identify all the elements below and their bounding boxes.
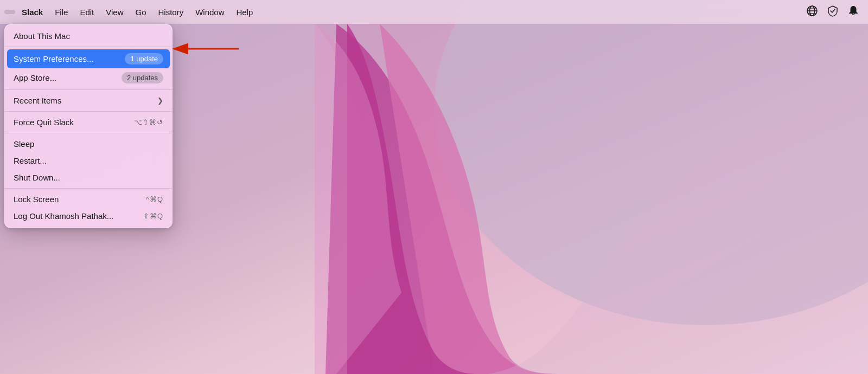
system-preferences-label: System Preferences... bbox=[14, 54, 94, 63]
notification-icon[interactable] bbox=[847, 5, 859, 20]
apple-menu-button[interactable] bbox=[4, 10, 15, 14]
recent-items-arrow: ❯ bbox=[157, 96, 163, 105]
file-menu[interactable]: File bbox=[49, 5, 73, 19]
separator-2 bbox=[5, 89, 172, 90]
menu-bar: Slack File Edit View Go History Window H… bbox=[0, 0, 868, 24]
app-store-label: App Store... bbox=[14, 73, 56, 82]
separator-1 bbox=[5, 47, 172, 47]
app-store-item[interactable]: App Store... 2 updates bbox=[5, 68, 172, 87]
log-out-shortcut: ⇧⌘Q bbox=[143, 212, 163, 220]
log-out-label: Log Out Khamosh Pathak... bbox=[14, 211, 113, 221]
restart-item[interactable]: Restart... bbox=[5, 152, 172, 169]
shield-icon[interactable] bbox=[827, 5, 839, 20]
help-menu[interactable]: Help bbox=[231, 5, 259, 19]
about-this-mac-item[interactable]: About This Mac bbox=[5, 28, 172, 44]
separator-4 bbox=[5, 133, 172, 133]
system-preferences-badge: 1 update bbox=[125, 53, 163, 65]
app-name-menu[interactable]: Slack bbox=[16, 5, 48, 19]
force-quit-label: Force Quit Slack bbox=[14, 118, 74, 127]
recent-items-item[interactable]: Recent Items ❯ bbox=[5, 92, 172, 109]
grid-icon[interactable] bbox=[806, 5, 818, 20]
force-quit-shortcut: ⌥⇧⌘↺ bbox=[134, 118, 163, 126]
separator-5 bbox=[5, 188, 172, 189]
log-out-item[interactable]: Log Out Khamosh Pathak... ⇧⌘Q bbox=[5, 208, 172, 224]
sleep-item[interactable]: Sleep bbox=[5, 136, 172, 152]
shut-down-item[interactable]: Shut Down... bbox=[5, 169, 172, 186]
edit-menu[interactable]: Edit bbox=[74, 5, 99, 19]
lock-screen-label: Lock Screen bbox=[14, 195, 59, 204]
menu-bar-right bbox=[806, 5, 864, 20]
app-store-badge: 2 updates bbox=[122, 72, 163, 83]
window-menu[interactable]: Window bbox=[190, 5, 229, 19]
apple-dropdown-menu: About This Mac System Preferences... 1 u… bbox=[4, 24, 173, 228]
about-this-mac-label: About This Mac bbox=[14, 31, 70, 41]
restart-label: Restart... bbox=[14, 156, 47, 165]
view-menu[interactable]: View bbox=[100, 5, 129, 19]
lock-screen-item[interactable]: Lock Screen ^⌘Q bbox=[5, 191, 172, 208]
history-menu[interactable]: History bbox=[153, 5, 189, 19]
system-preferences-item[interactable]: System Preferences... 1 update bbox=[7, 49, 170, 68]
lock-screen-shortcut: ^⌘Q bbox=[146, 195, 163, 203]
go-menu[interactable]: Go bbox=[130, 5, 151, 19]
shut-down-label: Shut Down... bbox=[14, 173, 60, 182]
separator-3 bbox=[5, 111, 172, 112]
recent-items-label: Recent Items bbox=[14, 96, 61, 105]
sleep-label: Sleep bbox=[14, 139, 34, 149]
force-quit-item[interactable]: Force Quit Slack ⌥⇧⌘↺ bbox=[5, 114, 172, 131]
menu-bar-left: Slack File Edit View Go History Window H… bbox=[4, 5, 806, 19]
